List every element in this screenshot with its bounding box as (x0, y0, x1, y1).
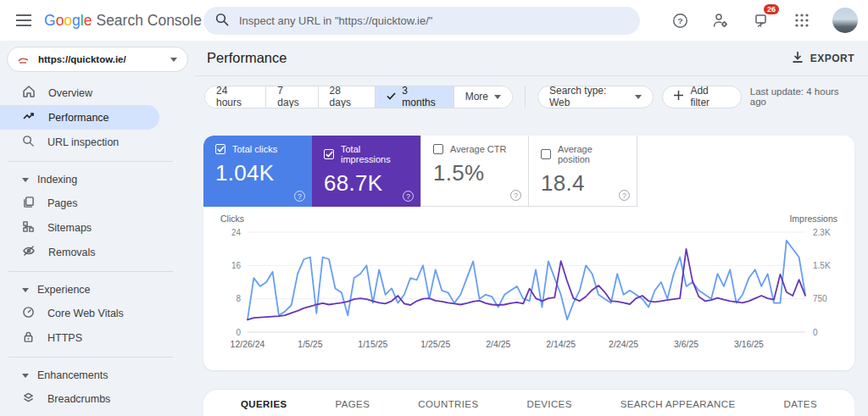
check-icon (387, 91, 396, 103)
svg-text:16: 16 (231, 261, 242, 270)
sidebar-divider (8, 271, 173, 272)
sidebar-item-faq[interactable]: FAQ (0, 411, 195, 416)
svg-text:?: ? (677, 15, 682, 25)
svg-text:0: 0 (813, 328, 818, 337)
checkbox-unchecked-icon[interactable] (541, 149, 551, 159)
svg-text:3/6/25: 3/6/25 (674, 339, 698, 349)
google-apps-grid-icon[interactable] (792, 10, 812, 31)
svg-text:12/26/24: 12/26/24 (231, 339, 265, 349)
home-icon (22, 85, 36, 101)
export-button[interactable]: EXPORT (792, 51, 854, 66)
search-input[interactable] (239, 14, 628, 27)
svg-text:750: 750 (813, 294, 827, 303)
range-3-months[interactable]: 3 months (376, 86, 453, 108)
layers-icon (22, 391, 35, 407)
pages-icon (22, 196, 35, 211)
sidebar-item-performance[interactable]: Performance (0, 105, 159, 130)
range-7-days[interactable]: 7 days (266, 86, 318, 108)
sidebar-item-core-web-vitals[interactable]: Core Web Vitals (0, 301, 195, 325)
hamburger-menu-icon[interactable] (7, 3, 41, 37)
svg-text:3/16/25: 3/16/25 (734, 339, 764, 349)
metric-cards-row: Total clicks 1.04K ? Total impressions 6… (203, 136, 854, 207)
svg-text:1/15/25: 1/15/25 (358, 339, 387, 349)
svg-text:1/5/25: 1/5/25 (298, 339, 322, 349)
speedometer-icon (22, 306, 35, 321)
sidebar-item-overview[interactable]: Overview (0, 80, 195, 105)
filter-toolbar: 24 hours 7 days 28 days 3 months More Se… (195, 76, 868, 117)
metric-card-average-ctr[interactable]: Average CTR 1.5% ? (420, 136, 529, 207)
sidebar-item-url-inspection[interactable]: URL inspection (0, 130, 195, 154)
user-settings-icon[interactable] (710, 10, 731, 31)
lock-icon (22, 330, 35, 346)
sidebar-divider (8, 161, 173, 162)
download-icon (792, 51, 804, 66)
page-title: Performance (207, 50, 287, 66)
checkbox-checked-icon[interactable] (324, 149, 334, 159)
svg-text:2/24/25: 2/24/25 (609, 339, 638, 349)
search-type-filter[interactable]: Search type: Web (537, 86, 654, 108)
help-circle-icon[interactable]: ? (403, 191, 414, 202)
metric-value: 68.7K (324, 170, 410, 197)
sidebar-item-removals[interactable]: Removals (0, 240, 195, 264)
sidebar-section-enhancements[interactable]: Enhancements (0, 364, 195, 386)
tab-search-appearance[interactable]: SEARCH APPEARANCE (617, 391, 739, 416)
sidebar-item-breadcrumbs[interactable]: Breadcrumbs (0, 386, 195, 411)
checkbox-checked-icon[interactable] (215, 144, 225, 154)
sidebar-item-sitemaps[interactable]: Sitemaps (0, 215, 195, 240)
chevron-down-icon (635, 95, 642, 99)
toolbar-divider (525, 86, 526, 108)
app-logo[interactable]: Google Search Console (44, 12, 202, 30)
collapse-triangle-icon (22, 374, 29, 378)
avatar[interactable] (832, 8, 858, 33)
svg-text:1.5K: 1.5K (813, 261, 831, 270)
performance-panel: Total clicks 1.04K ? Total impressions 6… (203, 136, 854, 370)
sidebar-item-https[interactable]: HTTPS (0, 325, 195, 350)
tab-dates[interactable]: DATES (780, 391, 821, 416)
sidebar-section-indexing[interactable]: Indexing (0, 169, 195, 191)
property-selector[interactable]: https://quicktow.ie/ (7, 47, 188, 72)
tab-countries[interactable]: COUNTRIES (415, 391, 481, 416)
range-24-hours[interactable]: 24 hours (205, 86, 266, 108)
metric-card-total-impressions[interactable]: Total impressions 68.7K ? (312, 136, 420, 207)
svg-text:2/4/25: 2/4/25 (486, 339, 510, 349)
magnifier-icon (22, 135, 35, 150)
google-wordmark: Google (44, 12, 92, 30)
help-circle-icon[interactable]: ? (619, 190, 630, 201)
property-favicon (16, 53, 30, 66)
notifications-icon[interactable]: 26 (751, 10, 771, 31)
svg-text:1/25/25: 1/25/25 (420, 339, 450, 349)
page-header-row: Performance EXPORT (195, 41, 868, 76)
sidebar-item-pages[interactable]: Pages (0, 191, 195, 215)
product-name: Search Console (96, 12, 202, 30)
svg-text:2.3K: 2.3K (813, 228, 831, 237)
top-app-bar: Google Search Console ? 26 (0, 0, 868, 41)
add-filter-button[interactable]: Add filter (662, 86, 741, 108)
help-circle-icon[interactable]: ? (294, 191, 305, 202)
sidebar-divider (8, 357, 173, 358)
trending-up-icon (22, 109, 36, 125)
url-inspect-searchbox[interactable] (203, 7, 640, 35)
metric-card-total-clicks[interactable]: Total clicks 1.04K ? (203, 136, 312, 207)
notification-badge: 26 (764, 4, 779, 14)
help-icon[interactable]: ? (670, 10, 690, 31)
search-icon (215, 13, 229, 30)
svg-text:2/14/25: 2/14/25 (546, 339, 576, 349)
tab-queries[interactable]: QUERIES (237, 391, 291, 416)
tab-devices[interactable]: DEVICES (523, 391, 575, 416)
svg-text:0: 0 (236, 328, 241, 337)
checkbox-unchecked-icon[interactable] (433, 144, 443, 154)
sidebar-section-experience[interactable]: Experience (0, 279, 195, 301)
collapse-triangle-icon (22, 178, 29, 182)
svg-text:24: 24 (231, 228, 242, 237)
last-update-text: Last update: 4 hours ago (750, 86, 856, 107)
date-range-group: 24 hours 7 days 28 days 3 months More (204, 86, 513, 108)
range-more[interactable]: More (454, 86, 512, 108)
chevron-down-icon (170, 58, 177, 62)
sidebar: https://quicktow.ie/ Overview Performanc… (0, 41, 195, 416)
performance-chart[interactable]: ClicksImpressions242.3K161.5K87500012/26… (203, 207, 854, 368)
tab-pages[interactable]: PAGES (331, 391, 373, 416)
chevron-down-icon (494, 95, 501, 99)
metric-card-average-position[interactable]: Average position 18.4 ? (529, 136, 637, 207)
range-28-days[interactable]: 28 days (319, 86, 376, 108)
help-circle-icon[interactable]: ? (510, 190, 521, 201)
